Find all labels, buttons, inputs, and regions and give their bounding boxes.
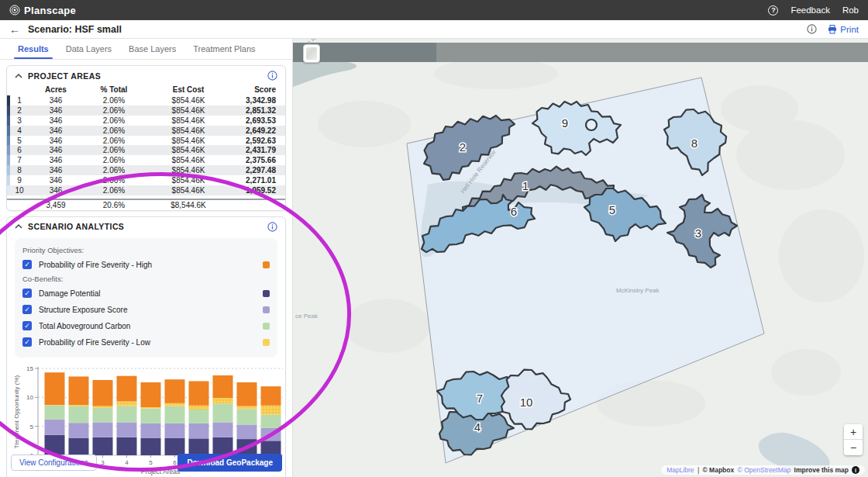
cell-score: 2,693.53: [229, 116, 276, 125]
co-benefits-list: ✓Damage Potential✓Structure Exposure Sco…: [22, 285, 270, 351]
bar-segment: [93, 408, 113, 423]
cell-pct: 2.06%: [80, 126, 148, 135]
tab-data-layers[interactable]: Data Layers: [57, 39, 120, 59]
table-row[interactable]: 83462.06%$854.46K2,297.48: [7, 165, 285, 175]
print-label: Print: [840, 25, 859, 34]
table-row[interactable]: 13462.06%$854.46K3,342.98: [7, 95, 285, 105]
feedback-link[interactable]: Feedback: [790, 5, 830, 15]
maplibre-link[interactable]: MapLibre: [666, 466, 694, 474]
metric-label: Total Aboveground Carbon: [39, 322, 130, 330]
scenario-analytics-card: SCENARIO ANALYTICS Priority Objectives: …: [6, 216, 286, 477]
bar-segment: [117, 406, 137, 422]
project-areas-card: PROJECT AREAS Acres % Total Est Cost Sco…: [6, 65, 286, 211]
help-icon[interactable]: ?: [768, 5, 778, 16]
table-row[interactable]: 23462.06%$854.46K2,851.32: [7, 105, 285, 116]
cell-pct: 2.06%: [80, 96, 148, 105]
metric-checkbox[interactable]: ✓: [22, 305, 32, 314]
cell-acres: 346: [32, 96, 80, 105]
bar-segment: [261, 386, 281, 406]
cell-acres: 346: [32, 137, 80, 145]
panel-actions: View Configurations Download GeoPackage: [0, 454, 293, 472]
bar-segment: [213, 437, 233, 455]
printer-icon: [828, 25, 837, 34]
openstreetmap-link[interactable]: © OpenStreetMap: [738, 466, 791, 474]
map-canvas[interactable]: 12345678910Hell Hole ReservoirMcKinstry …: [293, 39, 868, 477]
bar-segment: [93, 422, 113, 437]
basemap-layers-button[interactable]: [303, 44, 320, 63]
collapse-chevron-icon[interactable]: [15, 73, 22, 79]
project-areas-info-icon[interactable]: [267, 71, 277, 81]
bar-segment: [165, 406, 185, 423]
map-place-label: ce Peak: [295, 313, 319, 320]
cell-pct: 2.06%: [80, 137, 148, 145]
tab-base-layers[interactable]: Base Layers: [120, 39, 184, 59]
table-row[interactable]: 43462.06%$854.46K2,649.22: [7, 126, 285, 136]
table-row[interactable]: 93462.06%$854.46K2,271.01: [7, 175, 285, 185]
metric-checkbox[interactable]: ✓: [22, 321, 32, 330]
cell-acres: 346: [32, 156, 80, 164]
project-area-label-2: 2: [460, 140, 466, 154]
metric-checkbox[interactable]: ✓: [22, 289, 32, 298]
table-row[interactable]: 63462.06%$854.46K2,431.79: [7, 145, 285, 155]
collapse-chevron-icon[interactable]: [15, 223, 22, 230]
tab-results[interactable]: Results: [9, 39, 57, 59]
metric-label: Probability of Fire Severity - Low: [39, 338, 150, 347]
bar-segment: [189, 381, 209, 405]
zoom-in-button[interactable]: +: [844, 424, 863, 440]
improve-map-link[interactable]: Improve this map: [792, 466, 849, 474]
cell-pct: 2.06%: [80, 116, 148, 125]
y-tick-label: 15: [26, 365, 33, 372]
rank-color-strip: [7, 116, 10, 126]
view-configurations-button[interactable]: View Configurations: [11, 455, 97, 471]
reservoir-water: [293, 62, 356, 87]
zoom-out-button[interactable]: −: [844, 440, 863, 455]
cell-acres: 346: [32, 116, 80, 125]
page-title: Scenario: HSF small: [28, 24, 122, 35]
y-tick-label: 10: [26, 394, 33, 401]
tab-treatment-plans[interactable]: Treatment Plans: [184, 39, 264, 59]
metric-row: ✓Probability of Fire Severity - High: [22, 257, 270, 273]
topbar-actions: ? Feedback Rob: [768, 5, 859, 16]
project-area-label-10: 10: [520, 396, 533, 409]
metric-checkbox[interactable]: ✓: [22, 337, 32, 347]
attribution-info-icon[interactable]: i: [852, 466, 859, 474]
bar-segment: [189, 438, 209, 455]
back-arrow-icon[interactable]: ←: [9, 24, 20, 35]
bar-segment: [213, 403, 233, 422]
download-geopackage-button[interactable]: Download GeoPackage: [177, 454, 282, 472]
scenario-info-icon[interactable]: [807, 24, 817, 34]
cell-cost: $854.46K: [148, 176, 229, 185]
panel-tabs: ResultsData LayersBase LayersTreatment P…: [0, 39, 292, 60]
cell-id: 7: [7, 156, 32, 164]
bar-segment: [117, 437, 137, 455]
bar-segment-pattern: [261, 406, 281, 415]
project-areas-title: PROJECT AREAS: [28, 71, 101, 81]
user-menu[interactable]: Rob: [842, 5, 859, 15]
table-row[interactable]: 53462.06%$854.46K2,592.63: [7, 136, 285, 146]
scenario-analytics-title: SCENARIO ANALYTICS: [28, 222, 124, 231]
topbar: Planscape ? Feedback Rob: [0, 0, 868, 20]
mapbox-credit: © Mapbox: [703, 466, 736, 474]
bar-segment: [45, 435, 65, 455]
cell-score: 2,649.22: [229, 126, 276, 135]
bar-segment-pattern: [69, 405, 89, 406]
print-button[interactable]: Print: [828, 25, 859, 34]
bar-segment-pattern: [93, 406, 113, 407]
project-area-label-6: 6: [511, 205, 517, 218]
scenario-analytics-info-icon[interactable]: [267, 222, 277, 232]
table-row[interactable]: 33462.06%$854.46K2,693.53: [7, 116, 285, 126]
metric-checkbox[interactable]: ✓: [22, 260, 32, 269]
metric-label: Probability of Fire Severity - High: [39, 261, 152, 269]
bar-segment: [261, 428, 281, 441]
bar-segment: [141, 382, 161, 407]
metrics-box: Priority Objectives: ✓Probability of Fir…: [15, 238, 277, 358]
planscape-logo[interactable]: Planscape: [9, 5, 76, 16]
metric-row: ✓Damage Potential: [22, 285, 270, 302]
y-axis-label: Treatment Opportunity (%): [13, 375, 20, 448]
cell-id: 3: [7, 116, 32, 125]
table-row[interactable]: 103462.06%$854.46K1,959.52: [7, 185, 285, 195]
planscape-app: Planscape ? Feedback Rob ← Scenario: HSF…: [0, 0, 868, 477]
cell-pct: 2.06%: [80, 176, 148, 185]
table-row[interactable]: 73462.06%$854.46K2,375.66: [7, 155, 285, 165]
bar-segment: [189, 423, 209, 438]
